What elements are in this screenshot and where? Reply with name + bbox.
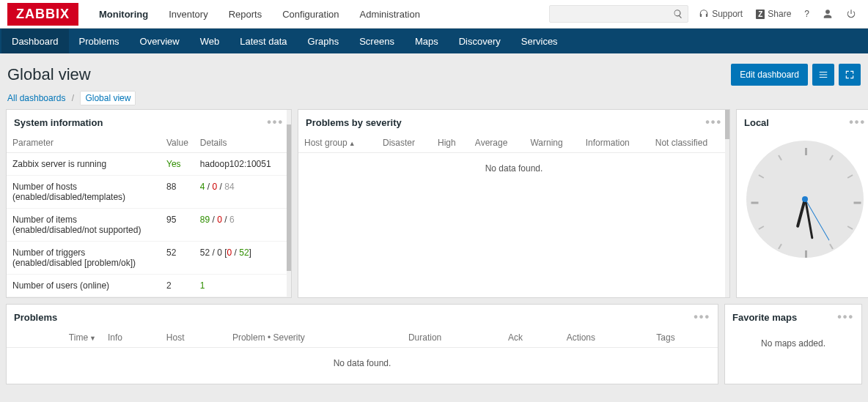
scrollbar[interactable] [725, 110, 729, 297]
col-information[interactable]: Information [580, 133, 650, 153]
logout-link[interactable] [842, 6, 861, 22]
widget-menu-icon[interactable]: ••• [694, 310, 710, 324]
fullscreen-icon [845, 70, 855, 80]
user-icon [823, 9, 833, 19]
clock-pin [802, 196, 808, 202]
breadcrumb: All dashboards / Global view [0, 93, 868, 109]
subnav-graphs[interactable]: Graphs [298, 29, 350, 53]
subnav-screens[interactable]: Screens [349, 29, 405, 53]
widget-favorite-maps: Favorite maps ••• No maps added. [724, 304, 862, 384]
topnav-monitoring[interactable]: Monitoring [89, 0, 158, 29]
col-tags[interactable]: Tags [650, 328, 718, 348]
col-host-group[interactable]: Host group▲ [298, 133, 377, 153]
col-average[interactable]: Average [469, 133, 525, 153]
breadcrumb-current[interactable]: Global view [80, 91, 136, 105]
widget-problems: Problems ••• Time▼InfoHostProblem • Seve… [6, 304, 718, 384]
col-disaster[interactable]: Disaster [377, 133, 432, 153]
no-data-text: No maps added. [725, 328, 861, 359]
widget-title: Problems by severity [306, 117, 402, 128]
col-host[interactable]: Host [161, 328, 227, 348]
fullscreen-button[interactable] [839, 64, 861, 86]
table-row: Number of triggers (enabled/disabled [pr… [7, 242, 291, 275]
clock-face [746, 141, 864, 258]
col-actions[interactable]: Actions [561, 328, 651, 348]
logo[interactable]: ZABBIX [7, 3, 78, 26]
col-info[interactable]: Info [102, 328, 161, 348]
col-not-classified[interactable]: Not classified [650, 133, 729, 153]
power-icon [846, 9, 856, 19]
no-data-text: No data found. [7, 348, 718, 379]
col-details: Details [194, 133, 291, 153]
system-info-table: ParameterValueDetails Zabbix server is r… [7, 133, 291, 297]
col-high[interactable]: High [432, 133, 469, 153]
subnav-discovery[interactable]: Discovery [449, 29, 511, 53]
widget-menu-icon[interactable]: ••• [705, 116, 722, 129]
list-icon [818, 70, 828, 80]
col-ack[interactable]: Ack [502, 328, 561, 348]
topnav-reports[interactable]: Reports [218, 0, 273, 29]
col-time[interactable]: Time▼ [7, 328, 102, 348]
col-problem---severity[interactable]: Problem • Severity [227, 328, 402, 348]
col-duration[interactable]: Duration [402, 328, 502, 348]
sub-nav: DashboardProblemsOverviewWebLatest dataG… [0, 29, 868, 53]
edit-dashboard-button[interactable]: Edit dashboard [731, 64, 808, 86]
col-warning[interactable]: Warning [524, 133, 579, 153]
widget-title: Favorite maps [732, 312, 797, 323]
list-view-button[interactable] [812, 64, 834, 86]
top-icons: Support Z Share ? [694, 6, 861, 22]
support-link[interactable]: Support [694, 6, 747, 22]
widget-title: Local [744, 117, 769, 128]
col-parameter: Parameter [7, 133, 161, 153]
search-icon [673, 9, 683, 19]
subnav-web[interactable]: Web [190, 29, 230, 53]
widget-title: Problems [14, 312, 57, 323]
page-title: Global view [7, 65, 91, 84]
widget-problems-severity: Problems by severity ••• Host group▲Disa… [298, 109, 730, 298]
topnav-administration[interactable]: Administration [350, 0, 430, 29]
widget-menu-icon[interactable]: ••• [849, 116, 866, 129]
col-value: Value [161, 133, 194, 153]
page-header: Global view Edit dashboard [0, 53, 868, 93]
table-row: Zabbix server is runningYeshadoop102:100… [7, 153, 291, 176]
widget-menu-icon[interactable]: ••• [267, 116, 284, 129]
top-nav: MonitoringInventoryReportsConfigurationA… [89, 0, 430, 29]
search-input[interactable] [549, 5, 688, 23]
share-link[interactable]: Z Share [751, 6, 795, 22]
subnav-dashboard[interactable]: Dashboard [1, 29, 69, 53]
widget-clock: Local ••• [736, 109, 868, 298]
scrollbar[interactable] [287, 110, 291, 297]
subnav-latest-data[interactable]: Latest data [229, 29, 297, 53]
z-badge-icon: Z [756, 10, 765, 19]
table-row: Number of users (online)21 [7, 275, 291, 297]
breadcrumb-root[interactable]: All dashboards [7, 93, 65, 103]
widget-system-information: System information ••• ParameterValueDet… [6, 109, 292, 298]
top-bar: ZABBIX MonitoringInventoryReportsConfigu… [0, 0, 868, 29]
topnav-inventory[interactable]: Inventory [158, 0, 218, 29]
no-data-text: No data found. [298, 153, 729, 184]
subnav-overview[interactable]: Overview [130, 29, 190, 53]
table-row: Number of items (enabled/disabled/not su… [7, 209, 291, 242]
subnav-services[interactable]: Services [511, 29, 568, 53]
table-row: Number of hosts (enabled/disabled/templa… [7, 176, 291, 209]
help-link[interactable]: ? [800, 6, 814, 22]
widget-menu-icon[interactable]: ••• [837, 310, 854, 324]
widget-title: System information [14, 117, 103, 128]
topnav-configuration[interactable]: Configuration [272, 0, 349, 29]
user-menu[interactable] [818, 6, 837, 22]
subnav-maps[interactable]: Maps [405, 29, 449, 53]
headset-icon [699, 9, 709, 19]
